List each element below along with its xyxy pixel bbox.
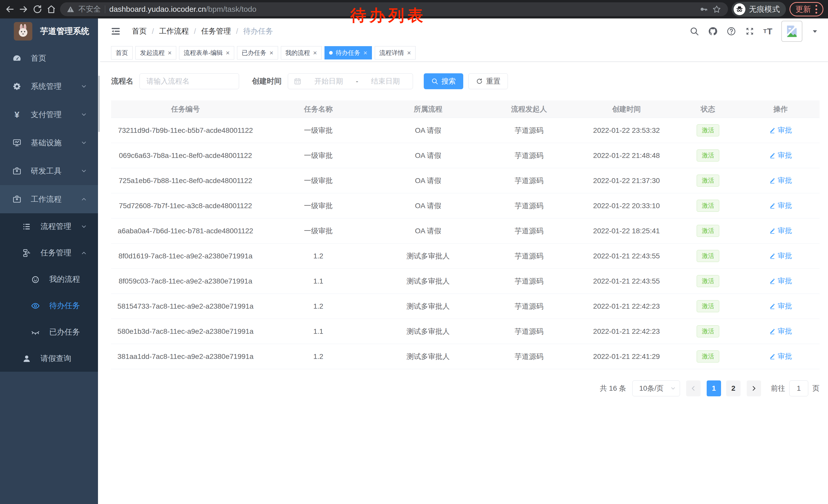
close-icon[interactable]: × xyxy=(226,49,230,56)
sidebar-item-请假查询[interactable]: 请假查询 xyxy=(0,345,98,372)
goto-page-input[interactable] xyxy=(789,380,808,396)
search-icon[interactable] xyxy=(690,27,699,36)
caret-down-icon[interactable] xyxy=(811,28,819,35)
font-size-icon[interactable]: TT xyxy=(763,27,773,36)
tab-首页[interactable]: 首页 xyxy=(111,46,133,59)
cell-starter: 芋道源码 xyxy=(480,126,579,135)
reload-icon[interactable] xyxy=(32,4,43,14)
tab-待办任务[interactable]: 待办任务× xyxy=(325,46,372,59)
breadcrumb-item-任务管理[interactable]: 任务管理 xyxy=(201,26,231,36)
approve-link[interactable]: 审批 xyxy=(769,276,792,286)
goto-label: 前往 xyxy=(771,383,785,393)
search-button[interactable]: 搜索 xyxy=(424,73,463,89)
column-header-任务名称: 任务名称 xyxy=(260,104,377,114)
close-icon[interactable]: × xyxy=(313,49,317,56)
sidebar-logo[interactable]: 芋道管理系统 xyxy=(0,18,98,44)
cell-status: 激活 xyxy=(674,300,742,312)
close-icon[interactable]: × xyxy=(269,49,273,56)
url-text[interactable]: dashboard.yudao.iocoder.cn/bpm/task/todo xyxy=(109,5,256,13)
tab-流程详情[interactable]: 流程详情× xyxy=(375,46,416,59)
list-icon xyxy=(22,222,31,231)
process-name-input[interactable] xyxy=(139,73,239,89)
browser-menu-icon[interactable] xyxy=(815,5,818,13)
edit-pencil-icon xyxy=(769,303,776,310)
tab-已办任务[interactable]: 已办任务× xyxy=(237,46,278,59)
breadcrumb-item-首页[interactable]: 首页 xyxy=(132,26,147,36)
sidebar-scrollbar-thumb[interactable] xyxy=(98,76,100,132)
page-number-1[interactable]: 1 xyxy=(707,380,721,396)
browser-update-button[interactable]: 更新 xyxy=(790,2,823,16)
sidebar-item-已办任务[interactable]: 已办任务 xyxy=(0,319,98,345)
sidebar-item-基础设施[interactable]: 基础设施 xyxy=(0,129,98,157)
password-key-icon[interactable] xyxy=(699,5,708,13)
start-date-placeholder[interactable]: 开始日期 xyxy=(307,77,350,86)
tab-流程表单-编辑[interactable]: 流程表单-编辑× xyxy=(179,46,234,59)
cell-task-id: 381aa1dd-7ac8-11ec-a9e2-a2380e71991a xyxy=(111,353,260,361)
approve-link[interactable]: 审批 xyxy=(769,352,792,361)
date-range-picker[interactable]: 开始日期 - 结束日期 xyxy=(288,73,413,89)
sidebar-item-工作流程[interactable]: 工作流程 xyxy=(0,185,98,213)
approve-link[interactable]: 审批 xyxy=(769,150,792,160)
sidebar-item-支付管理[interactable]: ¥支付管理 xyxy=(0,100,98,129)
chevron-down-icon xyxy=(81,168,87,174)
app-title: 芋道管理系统 xyxy=(40,26,89,37)
help-icon[interactable] xyxy=(727,27,736,36)
sidebar-item-流程管理[interactable]: 流程管理 xyxy=(0,213,98,240)
approve-link[interactable]: 审批 xyxy=(769,301,792,311)
approve-link[interactable]: 审批 xyxy=(769,326,792,336)
bookmark-star-icon[interactable] xyxy=(712,5,721,14)
status-badge: 激活 xyxy=(697,300,719,312)
close-icon[interactable]: × xyxy=(168,49,172,56)
cell-process: OA 请假 xyxy=(377,151,480,161)
cell-task-name: 1.1 xyxy=(260,277,377,285)
reset-button[interactable]: 重置 xyxy=(468,73,508,89)
chevron-down-icon xyxy=(670,385,676,392)
hamburger-icon[interactable] xyxy=(110,26,121,37)
approve-label: 审批 xyxy=(778,176,792,185)
cell-action: 审批 xyxy=(742,226,820,236)
column-header-创建时间: 创建时间 xyxy=(579,104,674,114)
tags-bar: 首页发起流程×流程表单-编辑×已办任务×我的流程×待办任务×流程详情× xyxy=(100,44,828,61)
close-icon[interactable]: × xyxy=(407,49,411,56)
chevron-up-icon xyxy=(81,250,87,256)
end-date-placeholder[interactable]: 结束日期 xyxy=(364,77,407,86)
sidebar-item-研发工具[interactable]: 研发工具 xyxy=(0,157,98,185)
back-icon[interactable] xyxy=(5,4,15,14)
chevron-down-icon xyxy=(81,139,87,146)
cell-task-id: 73211d9d-7b9b-11ec-b5b7-acde48001122 xyxy=(111,126,260,135)
prev-page-button[interactable] xyxy=(686,380,701,396)
close-icon[interactable]: × xyxy=(364,49,367,56)
sidebar-item-待办任务[interactable]: 待办任务 xyxy=(0,292,98,319)
approve-link[interactable]: 审批 xyxy=(769,251,792,261)
next-page-button[interactable] xyxy=(747,380,761,396)
page-number-2[interactable]: 2 xyxy=(726,380,741,396)
cell-created-time: 2022-01-22 23:53:32 xyxy=(579,126,674,135)
github-icon[interactable] xyxy=(708,27,718,36)
tab-发起流程[interactable]: 发起流程× xyxy=(135,46,176,59)
cell-task-id: 069c6a63-7b8a-11ec-8ef0-acde48001122 xyxy=(111,151,260,160)
cell-task-id: 8f0d1619-7ac8-11ec-a9e2-a2380e71991a xyxy=(111,252,260,260)
fullscreen-icon[interactable] xyxy=(745,27,755,36)
cell-status: 激活 xyxy=(674,250,742,262)
approve-link[interactable]: 审批 xyxy=(769,176,792,185)
avatar[interactable] xyxy=(781,21,802,42)
sidebar-item-我的流程[interactable]: 我的流程 xyxy=(0,266,98,292)
sidebar-item-系统管理[interactable]: 系统管理 xyxy=(0,72,98,100)
breadcrumb-separator: / xyxy=(194,27,196,36)
cell-status: 激活 xyxy=(674,351,742,362)
tab-label: 我的流程 xyxy=(286,49,310,57)
sidebar-item-首页[interactable]: 首页 xyxy=(0,44,98,72)
page-size-select[interactable]: 10条/页 xyxy=(632,380,680,396)
breadcrumb-item-工作流程[interactable]: 工作流程 xyxy=(159,26,189,36)
approve-link[interactable]: 审批 xyxy=(769,226,792,236)
column-header-流程发起人: 流程发起人 xyxy=(480,104,579,114)
approve-link[interactable]: 审批 xyxy=(769,201,792,211)
forward-icon[interactable] xyxy=(18,4,29,14)
security-label[interactable]: 不安全 xyxy=(79,4,101,14)
sidebar-item-label: 支付管理 xyxy=(31,109,81,120)
sidebar-item-任务管理[interactable]: 任务管理 xyxy=(0,240,98,266)
approve-link[interactable]: 审批 xyxy=(769,125,792,135)
home-icon[interactable] xyxy=(46,4,56,14)
tab-我的流程[interactable]: 我的流程× xyxy=(281,46,322,59)
cell-starter: 芋道源码 xyxy=(480,276,579,286)
